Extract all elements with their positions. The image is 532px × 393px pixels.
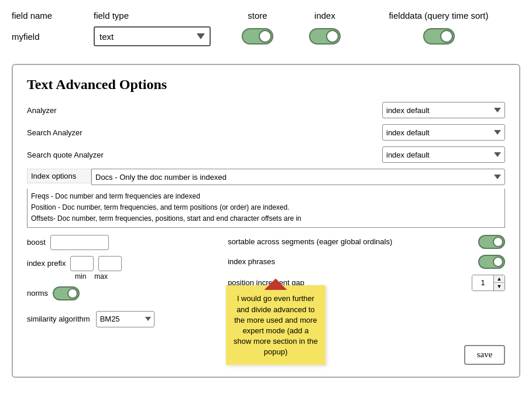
fielddata-toggle-knob	[440, 30, 453, 43]
index-phrases-row: index phrases	[228, 255, 505, 269]
similarity-select[interactable]: BM25 Classic BM25F	[96, 311, 155, 327]
save-button[interactable]: save	[464, 345, 505, 365]
dropdown-item-3[interactable]: Offsets- Doc number, term frequencies, p…	[31, 213, 501, 224]
sortable-toggle-knob	[493, 237, 503, 247]
header-fielddata: fielddata (query time sort)	[357, 11, 520, 20]
analyzer-select[interactable]: index default standard english	[382, 102, 505, 118]
index-phrases-label: index phrases	[228, 257, 275, 266]
header-field-type: field type	[94, 11, 222, 20]
norms-toggle[interactable]	[53, 286, 80, 300]
field-type-select-wrap: text keyword integer date	[94, 26, 222, 46]
search-quote-analyzer-select[interactable]: index default standard english	[382, 146, 505, 163]
search-quote-analyzer-label: Search quote Analyzer	[27, 151, 144, 159]
boost-label: boost	[27, 238, 46, 247]
norms-row: norms	[27, 286, 228, 300]
fielddata-toggle-cell	[357, 28, 520, 45]
index-toggle-cell	[293, 28, 357, 45]
advanced-options-panel: Text Advanced Options Analyzer index def…	[12, 64, 520, 378]
index-prefix-label: index prefix	[27, 259, 66, 268]
index-phrases-toggle[interactable]	[478, 255, 505, 269]
sortable-row: sortable across segments (eager global o…	[228, 235, 505, 249]
header-field-name: field name	[12, 11, 94, 20]
index-options-label: Index options	[27, 169, 91, 183]
index-prefix-max-input[interactable]	[98, 256, 122, 271]
search-analyzer-select-wrap: index default standard english	[144, 124, 505, 141]
position-down-arrow[interactable]: ▼	[494, 283, 504, 291]
sortable-label: sortable across segments (eager global o…	[228, 237, 392, 246]
search-analyzer-select[interactable]: index default standard english	[382, 124, 505, 141]
sticky-note: I would go even further and divide advan…	[226, 285, 325, 364]
min-label: min	[75, 272, 86, 281]
search-quote-analyzer-select-wrap: index default standard english	[144, 146, 505, 163]
max-label: max	[94, 272, 108, 281]
dropdown-list: Freqs - Doc number and term frequencies …	[27, 189, 505, 228]
field-row: myfield text keyword integer date	[12, 23, 520, 52]
field-name-value: myfield	[12, 32, 94, 42]
sortable-toggle[interactable]	[478, 235, 505, 249]
index-options-select-wrap: Docs - Only the doc number is indexed Fr…	[91, 169, 505, 185]
analyzer-label: Analyzer	[27, 106, 144, 115]
position-input[interactable]: 1	[472, 275, 493, 291]
index-toggle[interactable]	[309, 28, 341, 45]
index-phrases-toggle-knob	[493, 257, 503, 267]
header-store: store	[222, 11, 293, 20]
similarity-label: similarity algorithm	[27, 315, 90, 323]
boost-row: boost	[27, 235, 228, 250]
analyzer-select-wrap: index default standard english	[144, 102, 505, 118]
store-toggle[interactable]	[242, 28, 273, 45]
fielddata-toggle[interactable]	[423, 28, 455, 45]
norms-toggle-knob	[67, 288, 78, 299]
index-toggle-knob	[326, 30, 339, 43]
top-header: field name field type store index fieldd…	[12, 6, 520, 23]
search-analyzer-label: Search Analyzer	[27, 128, 144, 137]
boost-input[interactable]	[50, 235, 109, 250]
store-toggle-cell	[222, 28, 293, 45]
index-options-select[interactable]: Docs - Only the doc number is indexed Fr…	[91, 169, 505, 185]
analyzer-row: Analyzer index default standard english	[27, 102, 505, 118]
store-toggle-knob	[259, 30, 272, 43]
similarity-row: similarity algorithm BM25 Classic BM25F	[27, 311, 228, 327]
bottom-section: I would go even further and divide advan…	[27, 345, 505, 365]
field-type-select[interactable]: text keyword integer date	[94, 26, 211, 46]
norms-label: norms	[27, 289, 48, 298]
position-up-arrow[interactable]: ▲	[494, 275, 504, 283]
index-options-row: Index options Docs - Only the doc number…	[27, 169, 505, 185]
search-quote-analyzer-row: Search quote Analyzer index default stan…	[27, 146, 505, 163]
dropdown-item-1[interactable]: Freqs - Doc number and term frequencies …	[31, 191, 501, 202]
position-input-wrap: 1 ▲ ▼	[472, 275, 505, 291]
index-prefix-min-input[interactable]	[70, 256, 94, 271]
panel-title: Text Advanced Options	[27, 77, 505, 93]
search-analyzer-row: Search Analyzer index default standard e…	[27, 124, 505, 141]
dropdown-item-2[interactable]: Position - Doc number, term frequencies,…	[31, 202, 501, 213]
position-arrows: ▲ ▼	[493, 275, 504, 291]
index-prefix-row: index prefix min max	[27, 256, 228, 281]
header-index: index	[293, 11, 357, 20]
sticky-note-text: I would go even further and divide advan…	[234, 294, 318, 356]
options-left-col: boost index prefix min max norms	[27, 235, 228, 327]
